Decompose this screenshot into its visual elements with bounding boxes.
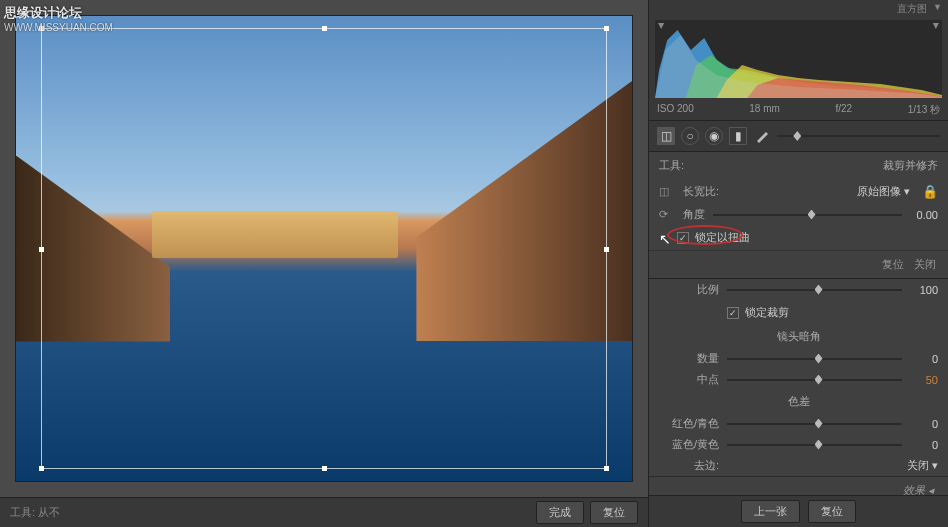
hist-shutter: 1/13 秒 bbox=[908, 103, 940, 117]
main-area: 思缘设计论坛 WWW.MISSYUAN.COM bbox=[0, 0, 948, 527]
defringe-label: 去边: bbox=[659, 458, 719, 473]
histogram-svg bbox=[655, 20, 942, 98]
footer-tool-info: 工具: 从不 bbox=[10, 505, 60, 520]
panel-footer: 上一张 复位 bbox=[649, 495, 948, 527]
footer-tool-mode: 从不 bbox=[38, 506, 60, 518]
chroma-red-slider[interactable] bbox=[727, 417, 902, 431]
histogram-chart[interactable] bbox=[655, 20, 942, 98]
tool-label: 工具: bbox=[659, 158, 684, 173]
chroma-red-value: 0 bbox=[910, 418, 938, 430]
hist-aperture: f/22 bbox=[835, 103, 852, 117]
defringe-row: 去边: 关闭 ▾ bbox=[649, 455, 948, 476]
histogram-section: 直方图▼ ISO 200 18 mm f/22 bbox=[649, 0, 948, 121]
histogram-collapse-icon[interactable]: ▼ bbox=[933, 2, 942, 16]
image-preview[interactable] bbox=[15, 15, 633, 482]
vig-mid-slider[interactable] bbox=[727, 373, 902, 387]
tool-name-row: 工具: 裁剪并修齐 bbox=[649, 152, 948, 179]
vig-mid-row: 中点 50 bbox=[649, 369, 948, 390]
canvas-footer: 工具: 从不 完成 复位 bbox=[0, 497, 648, 527]
right-panel: 直方图▼ ISO 200 18 mm f/22 bbox=[648, 0, 948, 527]
watermark-title: 思缘设计论坛 bbox=[4, 4, 82, 22]
scale-row: 比例 100 bbox=[649, 279, 948, 300]
chroma-blue-label: 蓝色/黄色 bbox=[659, 437, 719, 452]
crop-actions: 复位 关闭 bbox=[649, 250, 948, 279]
lock-crop-checkbox[interactable]: ✓ bbox=[727, 307, 739, 319]
aspect-icon[interactable]: ◫ bbox=[659, 185, 675, 198]
crop-overlay[interactable] bbox=[41, 28, 607, 469]
aspect-row: ◫ 长宽比: 原始图像 ▾ 🔒 bbox=[649, 179, 948, 204]
tool-strip: ◫ ○ ◉ ▮ bbox=[649, 121, 948, 152]
lock-distort-checkbox[interactable]: ✓ bbox=[677, 232, 689, 244]
scale-value: 100 bbox=[910, 284, 938, 296]
chroma-red-row: 红色/青色 0 bbox=[649, 413, 948, 434]
crop-handle-rm[interactable] bbox=[604, 247, 609, 252]
redeye-tool-icon[interactable]: ◉ bbox=[705, 127, 723, 145]
angle-label: 角度 bbox=[683, 207, 705, 222]
cursor-icon: ↖ bbox=[659, 231, 671, 247]
vig-mid-label: 中点 bbox=[659, 372, 719, 387]
hist-focal: 18 mm bbox=[749, 103, 780, 117]
lock-crop-label: 锁定裁剪 bbox=[745, 305, 789, 320]
crop-reset-link[interactable]: 复位 bbox=[882, 257, 904, 272]
crop-handle-bm[interactable] bbox=[322, 466, 327, 471]
angle-slider[interactable] bbox=[713, 208, 902, 222]
chroma-blue-slider[interactable] bbox=[727, 438, 902, 452]
effects-accordion[interactable]: 效果 ◂ bbox=[649, 476, 948, 495]
crop-handle-bl[interactable] bbox=[39, 466, 44, 471]
tool-size-slider[interactable] bbox=[777, 135, 940, 137]
spot-tool-icon[interactable]: ○ bbox=[681, 127, 699, 145]
crop-handle-tm[interactable] bbox=[322, 26, 327, 31]
done-button[interactable]: 完成 bbox=[536, 501, 584, 524]
brush-tool-icon[interactable] bbox=[753, 127, 771, 145]
angle-row: ⟳ 角度 0.00 bbox=[649, 204, 948, 225]
watermark-sub: WWW.MISSYUAN.COM bbox=[4, 22, 113, 33]
gradient-tool-icon[interactable]: ▮ bbox=[729, 127, 747, 145]
lock-distort-row: ↖ ✓ 锁定以扭曲 bbox=[649, 225, 948, 250]
vignette-header: 镜头暗角 bbox=[649, 325, 948, 348]
histogram-tab[interactable]: 直方图 bbox=[897, 2, 927, 16]
hist-iso: ISO 200 bbox=[657, 103, 694, 117]
adjust-scroll: 比例 100 ✓ 锁定裁剪 镜头暗角 数量 0 中点 50 bbox=[649, 279, 948, 495]
crop-handle-tr[interactable] bbox=[604, 26, 609, 31]
chroma-header: 色差 bbox=[649, 390, 948, 413]
angle-icon[interactable]: ⟳ bbox=[659, 208, 675, 221]
canvas-area: 思缘设计论坛 WWW.MISSYUAN.COM bbox=[0, 0, 648, 527]
defringe-dropdown[interactable]: 关闭 ▾ bbox=[907, 458, 938, 473]
svg-marker-0 bbox=[658, 23, 664, 29]
scale-label: 比例 bbox=[659, 282, 719, 297]
vig-amount-slider[interactable] bbox=[727, 352, 902, 366]
vig-amount-value: 0 bbox=[910, 353, 938, 365]
histogram-info: ISO 200 18 mm f/22 1/13 秒 bbox=[649, 100, 948, 120]
scale-slider[interactable] bbox=[727, 283, 902, 297]
panel-reset-button[interactable]: 复位 bbox=[808, 500, 856, 523]
crop-close-link[interactable]: 关闭 bbox=[914, 257, 936, 272]
tool-current: 裁剪并修齐 bbox=[883, 158, 938, 173]
lock-crop-row: ✓ 锁定裁剪 bbox=[649, 300, 948, 325]
vig-mid-value: 50 bbox=[910, 374, 938, 386]
crop-tool-icon[interactable]: ◫ bbox=[657, 127, 675, 145]
crop-handle-lm[interactable] bbox=[39, 247, 44, 252]
chroma-blue-row: 蓝色/黄色 0 bbox=[649, 434, 948, 455]
chroma-blue-value: 0 bbox=[910, 439, 938, 451]
app-root: 思缘设计论坛 WWW.MISSYUAN.COM bbox=[0, 0, 948, 527]
aspect-dropdown[interactable]: 原始图像 ▾ bbox=[857, 184, 910, 199]
lock-icon[interactable]: 🔒 bbox=[922, 184, 938, 199]
aspect-label: 长宽比: bbox=[683, 184, 719, 199]
lock-distort-label: 锁定以扭曲 bbox=[695, 230, 750, 245]
angle-value: 0.00 bbox=[910, 209, 938, 221]
crop-handle-br[interactable] bbox=[604, 466, 609, 471]
vig-amount-row: 数量 0 bbox=[649, 348, 948, 369]
chroma-red-label: 红色/青色 bbox=[659, 416, 719, 431]
prev-button[interactable]: 上一张 bbox=[741, 500, 800, 523]
svg-marker-1 bbox=[933, 23, 939, 29]
reset-button-canvas[interactable]: 复位 bbox=[590, 501, 638, 524]
vig-amount-label: 数量 bbox=[659, 351, 719, 366]
footer-tool-label: 工具: bbox=[10, 506, 35, 518]
